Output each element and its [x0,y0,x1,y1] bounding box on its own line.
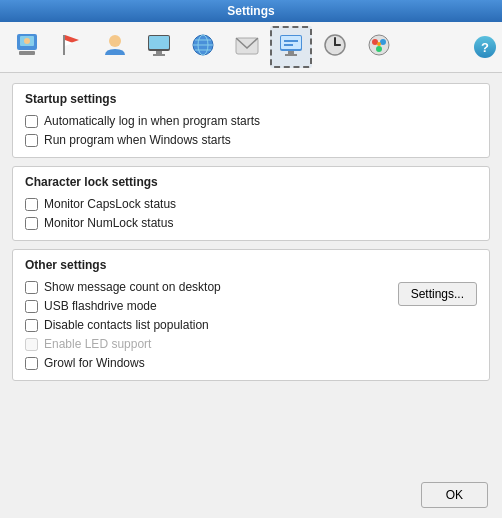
flag-icon-icon [57,31,85,63]
checkbox-row-monitor-num: Monitor NumLock status [25,216,477,230]
auto-login-label: Automatically log in when program starts [44,114,260,128]
usb-flashdrive-checkbox[interactable] [25,300,38,313]
checkbox-row-usb-flashdrive: USB flashdrive mode [25,299,221,313]
svg-rect-9 [149,36,169,49]
character-lock-section: Character lock settings Monitor CapsLock… [12,166,490,241]
toolbar: ? [0,22,502,73]
monitor-caps-checkbox[interactable] [25,198,38,211]
svg-rect-21 [285,54,297,56]
color-icon-icon [365,31,393,63]
settings-icon[interactable] [270,26,312,68]
show-msg-count-label: Show message count on desktop [44,280,221,294]
user2-icon-icon [101,31,129,63]
user2-icon[interactable] [94,26,136,68]
startup-settings-section: Startup settings Automatically log in wh… [12,83,490,158]
svg-rect-2 [19,51,35,55]
auto-login-checkbox[interactable] [25,115,38,128]
checkbox-row-disable-contacts: Disable contacts list population [25,318,221,332]
footer: OK [421,482,488,508]
run-on-start-checkbox[interactable] [25,134,38,147]
svg-rect-11 [153,54,165,56]
settings-button[interactable]: Settings... [398,282,477,306]
svg-rect-4 [63,35,65,55]
show-msg-count-checkbox[interactable] [25,281,38,294]
svg-rect-10 [156,51,162,54]
svg-point-31 [377,42,381,46]
monitor-num-label: Monitor NumLock status [44,216,173,230]
svg-point-30 [376,46,382,52]
title-bar: Settings [0,0,502,22]
monitor-num-checkbox[interactable] [25,217,38,230]
enable-led-label: Enable LED support [44,337,151,351]
checkbox-row-run-on-start: Run program when Windows starts [25,133,477,147]
disable-contacts-checkbox[interactable] [25,319,38,332]
person-icon-icon [13,31,41,63]
usb-flashdrive-label: USB flashdrive mode [44,299,157,313]
growl-windows-label: Growl for Windows [44,356,145,370]
help-button[interactable]: ? [474,36,496,58]
svg-point-3 [24,38,30,44]
checkbox-row-show-msg-count: Show message count on desktop [25,280,221,294]
clock-icon[interactable] [314,26,356,68]
globe-icon[interactable] [182,26,224,68]
ok-button[interactable]: OK [421,482,488,508]
character-lock-title: Character lock settings [25,175,477,189]
checkbox-row-growl-windows: Growl for Windows [25,356,221,370]
title: Settings [227,4,274,18]
other-settings-title: Other settings [25,258,477,272]
monitor-caps-label: Monitor CapsLock status [44,197,176,211]
svg-point-7 [109,35,121,47]
settings-icon-icon [277,31,305,63]
monitor-icon[interactable] [138,26,180,68]
other-settings-section: Other settings Show message count on des… [12,249,490,381]
startup-section-title: Startup settings [25,92,477,106]
person-icon[interactable] [6,26,48,68]
disable-contacts-label: Disable contacts list population [44,318,209,332]
monitor-icon-icon [145,31,173,63]
checkbox-row-monitor-caps: Monitor CapsLock status [25,197,477,211]
mail-icon-icon [233,31,261,63]
svg-rect-23 [284,44,293,46]
flag-icon[interactable] [50,26,92,68]
run-on-start-label: Run program when Windows starts [44,133,231,147]
globe-icon-icon [189,31,217,63]
mail-icon[interactable] [226,26,268,68]
svg-rect-20 [288,51,294,54]
svg-rect-22 [284,40,298,42]
checkbox-row-auto-login: Automatically log in when program starts [25,114,477,128]
svg-rect-19 [281,36,301,49]
enable-led-checkbox [25,338,38,351]
checkbox-row-enable-led: Enable LED support [25,337,221,351]
growl-windows-checkbox[interactable] [25,357,38,370]
color-icon[interactable] [358,26,400,68]
clock-icon-icon [321,31,349,63]
